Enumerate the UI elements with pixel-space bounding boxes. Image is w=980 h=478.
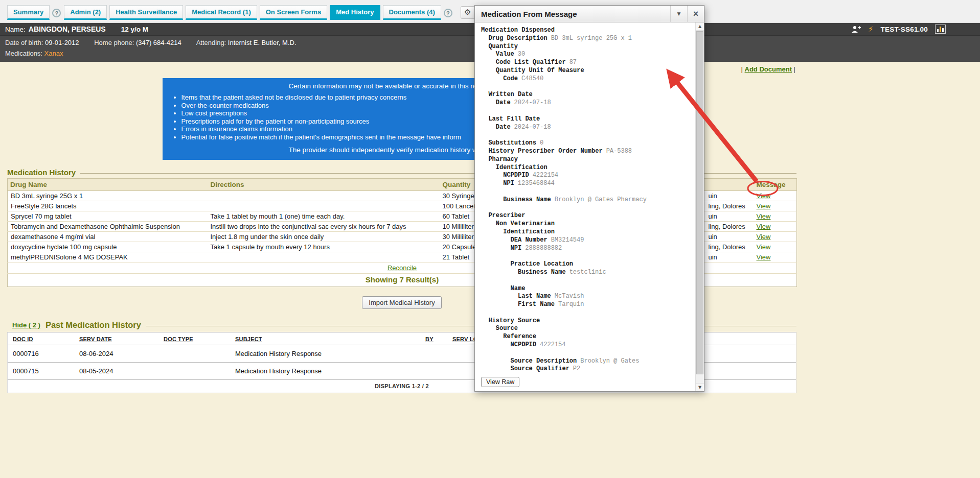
pipe-separator: |: [741, 65, 743, 73]
by-cell: [425, 363, 452, 380]
tab-documents[interactable]: Documents (4): [383, 5, 441, 20]
reconcile-link[interactable]: Reconcile: [388, 264, 417, 272]
view-message-link[interactable]: View: [757, 243, 771, 251]
by-cell: [425, 345, 452, 363]
view-raw-button[interactable]: View Raw: [481, 377, 519, 387]
col-serv-date[interactable]: SERV DATE: [79, 332, 164, 345]
view-message-link[interactable]: View: [757, 223, 771, 230]
patient-name: ABINGDON, PERSEUS: [29, 25, 106, 33]
page: Summary ? Admin (2) Health Surveillance …: [0, 0, 980, 478]
message-cell: View: [754, 201, 797, 211]
add-document-link[interactable]: Add Document: [745, 65, 792, 73]
message-line: Pharmacy: [481, 156, 691, 164]
hide-link[interactable]: Hide ( 2 ): [12, 321, 40, 329]
attending-label: Attending:: [196, 39, 226, 46]
message-line: [481, 83, 691, 91]
subject-cell: Medication History Response: [235, 345, 425, 363]
col-by[interactable]: BY: [425, 332, 452, 345]
dob-label: Date of birth:: [5, 39, 43, 46]
message-line: Business NameBrooklyn @ Gates Pharmacy: [481, 196, 691, 204]
settings-button[interactable]: ⚙: [461, 6, 475, 19]
section-title: Medication History: [7, 168, 76, 177]
prescriber-fragment-cell: ling, Dolores: [706, 242, 754, 252]
message-line: Non Veterinarian: [481, 220, 691, 228]
prescriber-fragment-cell: uin: [706, 191, 754, 201]
station-id: TEST-SS61.00: [881, 26, 928, 33]
patient-age-sex: 12 y/o M: [121, 26, 148, 33]
message-line: Drug DescriptionBD 3mL syringe 25G x 1: [481, 35, 691, 43]
medications-label: Medications:: [5, 50, 42, 57]
message-line: [481, 131, 691, 139]
dialog-menu-button[interactable]: ▼: [670, 6, 687, 22]
import-medical-history-button[interactable]: Import Medical History: [362, 296, 441, 309]
tab-health-surveillance[interactable]: Health Surveillance: [109, 5, 183, 20]
message-line: NPI1235468844: [481, 180, 691, 188]
medications-value[interactable]: Xanax: [44, 50, 63, 57]
dialog-scrollbar[interactable]: ▲ ▼: [695, 22, 704, 391]
message-line: Last Fill Date: [481, 115, 691, 124]
medication-from-message-dialog: Medication From Message ▼ × Medication D…: [474, 5, 704, 392]
message-line: Practice Location: [481, 260, 691, 269]
prescriber-fragment-cell: ling, Dolores: [706, 222, 754, 232]
lightning-icon[interactable]: ⚡: [868, 26, 874, 33]
directions-cell: [208, 201, 440, 211]
message-cell: View: [754, 191, 797, 201]
scroll-down-icon[interactable]: ▼: [696, 383, 704, 391]
message-line: [481, 188, 691, 196]
name-label: Name:: [5, 26, 26, 33]
message-cell: View: [754, 242, 797, 252]
patient-bar-tools: ⚡ TEST-SS61.00: [851, 23, 946, 35]
add-person-icon[interactable]: [851, 25, 861, 33]
dialog-close-button[interactable]: ×: [687, 6, 704, 22]
help-icon[interactable]: ?: [52, 9, 61, 17]
phone-value: (347) 684-4214: [136, 39, 181, 46]
close-icon: ×: [693, 9, 699, 19]
serv-date-cell: 08-05-2024: [79, 363, 164, 380]
gear-icon: ⚙: [464, 9, 471, 16]
tab-summary[interactable]: Summary: [7, 5, 50, 20]
message-line: [481, 277, 691, 285]
view-message-link[interactable]: View: [757, 202, 771, 210]
message-line: DEA NumberBM3214549: [481, 236, 691, 245]
col-subject[interactable]: SUBJECT: [235, 332, 425, 345]
drug-name-cell: methylPREDNISolone 4 MG DOSEPAK: [8, 252, 208, 262]
doc-id-cell: 0000716: [8, 345, 79, 363]
tab-medical-record[interactable]: Medical Record (1): [186, 5, 257, 20]
message-line: Substitutions0: [481, 139, 691, 148]
dialog-title-bar[interactable]: Medication From Message ▼ ×: [475, 6, 704, 22]
tab-on-screen-forms[interactable]: On Screen Forms: [260, 5, 327, 20]
view-message-link[interactable]: View: [757, 192, 771, 200]
message-line: Date2024-07-18: [481, 99, 691, 107]
message-line: Value30: [481, 51, 691, 59]
message-line: Quantity Unit Of Measure: [481, 67, 691, 75]
col-obscured: [706, 179, 754, 191]
message-line: Code List Qualifier87: [481, 59, 691, 67]
drug-name-cell: dexamethasone 4 mg/ml vial: [8, 232, 208, 242]
message-line: [481, 107, 691, 115]
message-cell: View: [754, 211, 797, 222]
prescriber-fragment-cell: uin: [706, 232, 754, 242]
col-doc-type[interactable]: DOC TYPE: [164, 332, 235, 345]
tab-admin[interactable]: Admin (2): [64, 5, 107, 20]
message-cell: View: [754, 252, 797, 262]
scroll-up-icon[interactable]: ▲: [696, 22, 704, 31]
message-line: Medication Dispensed: [481, 27, 691, 35]
tab-med-history[interactable]: Med History: [330, 5, 380, 20]
directions-cell: [208, 191, 440, 201]
view-message-link[interactable]: View: [757, 212, 771, 220]
chart-icon[interactable]: [935, 25, 946, 34]
col-doc-id[interactable]: DOC ID: [8, 332, 79, 345]
doc-id-cell: 0000715: [8, 363, 79, 380]
message-line: Reference: [481, 333, 691, 341]
message-line: NPI2888888882: [481, 245, 691, 253]
drug-name-cell: FreeStyle 28G lancets: [8, 201, 208, 211]
scrollbar-thumb[interactable]: [696, 31, 703, 374]
directions-cell: Inject 1.8 mg under the skin once daily: [208, 232, 440, 242]
view-message-link[interactable]: View: [757, 253, 771, 261]
drug-name-cell: doxycycline hyclate 100 mg capsule: [8, 242, 208, 252]
view-message-link[interactable]: View: [757, 233, 771, 241]
drug-name-cell: Sprycel 70 mg tablet: [8, 211, 208, 222]
subject-cell: Medication History Response: [235, 363, 425, 380]
dob-value: 09-01-2012: [45, 39, 79, 46]
help-icon[interactable]: ?: [444, 9, 452, 17]
